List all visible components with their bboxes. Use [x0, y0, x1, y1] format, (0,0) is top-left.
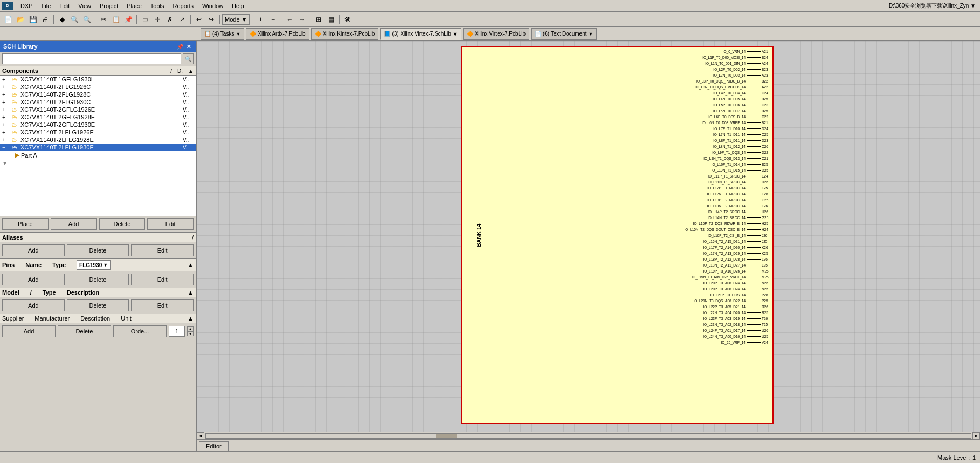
add-supplier-button[interactable]: Add: [2, 325, 56, 337]
scroll-thumb[interactable]: [436, 434, 457, 438]
zoom-in-btn[interactable]: 🔍: [68, 13, 80, 25]
copy-btn[interactable]: 📋: [110, 13, 122, 25]
panel-pin-icon[interactable]: 📌: [176, 43, 184, 50]
supplier-scroll-up[interactable]: ▲: [188, 315, 194, 322]
menu-place[interactable]: Place: [122, 2, 146, 10]
doc-tab-kintex[interactable]: 🔶 Xilinx Kintex-7.PcbLib: [311, 28, 379, 40]
pins-filter[interactable]: FLG1930 ▼: [77, 260, 111, 270]
print-btn[interactable]: 🖨: [39, 13, 51, 25]
add-pin-button[interactable]: Add: [2, 274, 65, 285]
spin-up-button[interactable]: ▲: [187, 326, 194, 331]
add-alias-button[interactable]: Add: [2, 244, 65, 256]
cut-btn[interactable]: ✂: [98, 13, 109, 25]
delete-alias-button[interactable]: Delete: [67, 244, 129, 256]
sort-icon[interactable]: ▲: [188, 68, 194, 74]
delete-pin-button[interactable]: Delete: [67, 274, 129, 285]
tab-text-arrow[interactable]: ▼: [588, 31, 593, 37]
delete-component-button[interactable]: Delete: [99, 218, 146, 230]
scroll-left-arrow[interactable]: ◂: [197, 432, 204, 440]
tab-tasks-arrow[interactable]: ▼: [236, 31, 240, 37]
save-btn[interactable]: 💾: [27, 13, 39, 25]
horizontal-scrollbar[interactable]: ◂ ▸: [197, 432, 980, 439]
arrow-btn[interactable]: ↗: [176, 13, 188, 25]
paste-btn[interactable]: 📌: [122, 13, 134, 25]
pins-name-col: Name: [25, 262, 42, 268]
menu-file[interactable]: File: [37, 2, 56, 10]
edit-alias-button[interactable]: Edit: [131, 244, 194, 256]
doc-tab-virtex-sch[interactable]: 📘 (3) Xilinx Virtex-7.SchLib ▼: [380, 28, 461, 40]
component-item-0[interactable]: + 🗁 XC7VX1140T-1GFLG1930I V..: [0, 76, 196, 83]
add-component-button[interactable]: Add: [51, 218, 97, 230]
menu-edit[interactable]: Edit: [55, 2, 74, 10]
redo-btn[interactable]: ↪: [205, 13, 217, 25]
menu-dxp[interactable]: DXP: [16, 2, 37, 10]
tab-virtex-sch-arrow[interactable]: ▼: [453, 31, 458, 37]
mode-dropdown[interactable]: Mode ▼: [222, 14, 250, 25]
model-edit-icon[interactable]: /: [30, 289, 32, 296]
scroll-track[interactable]: [205, 433, 971, 439]
edit-component-button[interactable]: Edit: [147, 218, 194, 230]
layers-btn[interactable]: ▤: [325, 13, 337, 25]
component-item-4[interactable]: + 🗁 XC7VX1140T-2GFLG1926E V..: [0, 106, 196, 113]
pins-scroll-up[interactable]: ▲: [188, 262, 194, 268]
component-item-3[interactable]: + 🗁 XC7VX1140T-2FLG1930C V..: [0, 98, 196, 106]
pin-row-19: IO_L10P_T1_D14_14E25: [462, 161, 772, 167]
nav-back-btn[interactable]: ←: [284, 13, 295, 25]
zoom-out-btn[interactable]: 🔍: [81, 13, 93, 25]
editor-tab[interactable]: Editor: [199, 441, 229, 451]
add-model-button[interactable]: Add: [2, 299, 65, 311]
spin-down-button[interactable]: ▼: [187, 331, 194, 336]
open-btn[interactable]: 📂: [15, 13, 26, 25]
scroll-right-arrow[interactable]: ▸: [972, 432, 980, 440]
place-button[interactable]: Place: [2, 218, 49, 230]
x-btn[interactable]: ✗: [164, 13, 176, 25]
supplier-unit-col: Unit: [121, 315, 132, 322]
delete-supplier-button[interactable]: Delete: [58, 325, 111, 337]
nav-fwd-btn[interactable]: →: [296, 13, 308, 25]
menu-tools[interactable]: Tools: [146, 2, 169, 10]
component-item-8[interactable]: + 🗁 XC7VX1140T-2LFLG1928E V..: [0, 136, 196, 144]
minus-btn[interactable]: −: [267, 13, 279, 25]
model-header: Model / Type Description ▲: [0, 288, 196, 297]
grid-btn[interactable]: ⊞: [313, 13, 325, 25]
component-item-1[interactable]: + 🗁 XC7VX1140T-2FLG1926C V..: [0, 83, 196, 91]
search-input[interactable]: [2, 53, 181, 64]
doc-tab-virtex-pcb[interactable]: 🔶 Xilinx Virtex-7.PcbLib: [463, 28, 529, 40]
pins-filter-arrow[interactable]: ▼: [103, 262, 108, 268]
component-item-7[interactable]: + 🗁 XC7VX1140T-2LFLG1926E V..: [0, 128, 196, 136]
search-button[interactable]: 🔍: [183, 53, 194, 64]
rect-btn[interactable]: ▭: [139, 13, 151, 25]
component-item-6[interactable]: + 🗁 XC7VX1140T-2GFLG1930E V..: [0, 121, 196, 128]
delete-model-button[interactable]: Delete: [67, 299, 129, 311]
undo-btn[interactable]: ↩: [193, 13, 205, 25]
plus-btn[interactable]: +: [254, 13, 266, 25]
schematic-canvas[interactable]: BANK 14 IO_0_VRN_14A21IO_L1P_T0_D00_MOSI…: [197, 41, 980, 432]
menu-project[interactable]: Project: [95, 2, 122, 10]
component-btn[interactable]: ◆: [56, 13, 68, 25]
component-item-2[interactable]: + 🗁 XC7VX1140T-2FLG1928C V..: [0, 91, 196, 98]
order-supplier-button[interactable]: Orde...: [113, 325, 167, 337]
component-item-9-selected[interactable]: − 🗁 XC7VX1140T-2LFLG1930E V.: [0, 144, 196, 151]
component-item-5[interactable]: + 🗁 XC7VX1140T-2GFLG1928E V..: [0, 113, 196, 121]
doc-tab-artix[interactable]: 🔶 Xilinx Artix-7.PcbLib: [246, 28, 309, 40]
expand-icon-6: +: [2, 121, 10, 128]
sub-item-part-a[interactable]: ▶ Part A: [0, 151, 196, 159]
model-scroll-up[interactable]: ▲: [188, 289, 194, 296]
panel-close-icon[interactable]: ✕: [185, 43, 192, 50]
pin-row-20: IO_L10N_T1_D15_14D25: [462, 167, 772, 173]
cross-btn[interactable]: ✛: [151, 13, 163, 25]
edit-model-button[interactable]: Edit: [131, 299, 194, 311]
menu-view[interactable]: View: [74, 2, 95, 10]
doc-tab-text[interactable]: 📄 (6) Text Document ▼: [531, 28, 597, 40]
pin-name-9: IO_L5P_T0_D06_14: [492, 103, 747, 107]
component-d-5: V..: [183, 114, 194, 120]
aliases-edit-icon[interactable]: /: [192, 235, 194, 241]
new-btn[interactable]: 📄: [2, 13, 14, 25]
menu-help[interactable]: Help: [227, 2, 249, 10]
edit-pin-button[interactable]: Edit: [131, 274, 194, 285]
order-quantity-input[interactable]: [169, 326, 185, 337]
tools2-btn[interactable]: 🛠: [342, 13, 354, 25]
menu-reports[interactable]: Reports: [168, 2, 198, 10]
menu-window[interactable]: Window: [198, 2, 227, 10]
doc-tab-tasks[interactable]: 📋 (4) Tasks ▼: [201, 28, 244, 40]
